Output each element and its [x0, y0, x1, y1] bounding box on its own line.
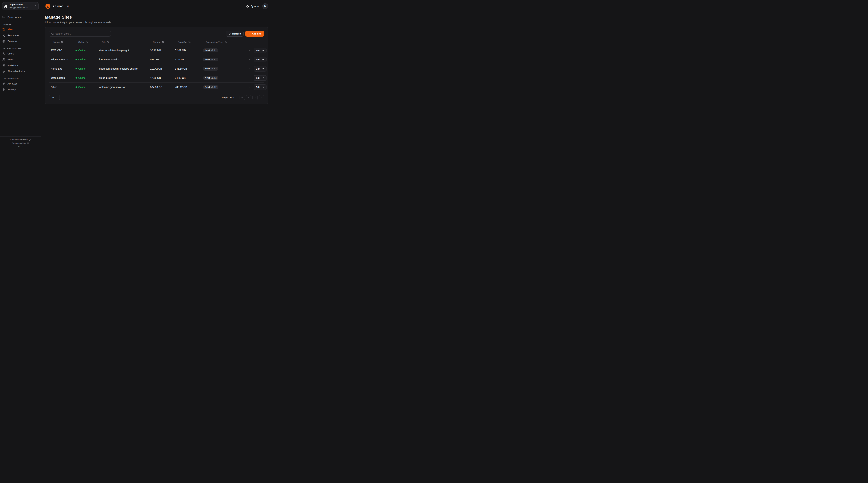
- online-dot-icon: [75, 87, 77, 88]
- refresh-button[interactable]: Refresh: [226, 31, 244, 37]
- main-content: PANGOLIN System M Manage Sites Allow con…: [41, 0, 272, 149]
- data-in-value: 5.00 MB: [148, 58, 173, 61]
- topbar: PANGOLIN System M: [41, 0, 272, 12]
- sidebar-item-invitations[interactable]: Invitations: [2, 63, 38, 68]
- book-open-icon: [27, 142, 29, 144]
- site-slug: vivacious-little-blue-penguin: [97, 49, 148, 52]
- row-menu-button[interactable]: [247, 67, 251, 71]
- next-page-button[interactable]: [252, 95, 258, 100]
- add-site-button[interactable]: Add Site: [245, 31, 264, 37]
- arrow-right-icon: [262, 77, 264, 79]
- data-out-value: 3.20 MB: [173, 58, 201, 61]
- sort-icon: [107, 41, 110, 43]
- page-size-select[interactable]: 20: [49, 95, 60, 100]
- first-page-button[interactable]: [240, 95, 245, 100]
- row-menu-button[interactable]: [247, 48, 251, 53]
- site-name: AWS VPC: [49, 49, 74, 52]
- data-out-value: 52.02 MB: [173, 49, 201, 52]
- online-dot-icon: [75, 59, 77, 60]
- org-switcher-value: milo@fossorial.io's ...: [9, 6, 32, 9]
- plus-icon: [248, 32, 250, 35]
- brand-wordmark: PANGOLIN: [53, 5, 69, 8]
- column-header-connection-type[interactable]: Connection Type: [201, 41, 245, 43]
- page-info: Page 1 of 1: [222, 96, 235, 99]
- sidebar-item-api-keys[interactable]: API Keys: [2, 82, 38, 86]
- search-box: [49, 31, 111, 37]
- sidebar-item-settings[interactable]: Settings: [2, 87, 38, 92]
- sidebar-item-label: Server Admin: [7, 16, 22, 19]
- table-row: Edge Device 01 Online fortunate-cape-fox…: [49, 55, 264, 64]
- column-header-data-out[interactable]: Data Out: [173, 41, 201, 43]
- share-icon: [2, 34, 5, 37]
- table-row: Jeff's Laptop Online smug-brown-rat 12.6…: [49, 73, 264, 83]
- prev-page-button[interactable]: [246, 95, 251, 100]
- pagination: 20 Page 1 of 1: [49, 95, 264, 100]
- site-slug: welcome-giant-mole-rat: [97, 86, 148, 89]
- arrow-right-icon: [262, 67, 264, 70]
- page-title: Manage Sites: [45, 15, 268, 20]
- status-badge: Online: [75, 86, 97, 89]
- column-header-online[interactable]: Online: [74, 41, 97, 43]
- sidebar-item-server-admin[interactable]: Server Admin: [2, 15, 38, 20]
- theme-toggle[interactable]: System: [246, 5, 259, 8]
- external-link-icon: [29, 139, 31, 141]
- connection-type-badge: Newtv1.3.2: [203, 67, 218, 71]
- edit-button[interactable]: Edit: [254, 48, 267, 53]
- status-badge: Online: [75, 58, 97, 61]
- building-icon: [4, 5, 7, 8]
- site-name: Jeff's Laptop: [49, 76, 74, 79]
- sidebar: Organization milo@fossorial.io's ... Ser…: [0, 0, 41, 149]
- column-header-name[interactable]: Name: [49, 41, 74, 43]
- globe-icon: [2, 40, 5, 43]
- connection-type-badge: Newtv1.3.2: [203, 49, 218, 52]
- sort-icon: [61, 41, 63, 43]
- search-input[interactable]: [55, 32, 108, 35]
- sidebar-item-shareable-links[interactable]: Shareable Links: [2, 69, 38, 73]
- sidebar-section-general: GENERAL: [2, 23, 38, 25]
- row-menu-button[interactable]: [247, 85, 251, 89]
- sidebar-resize-handle[interactable]: [41, 73, 41, 76]
- brand-logo[interactable]: PANGOLIN: [45, 3, 69, 9]
- edit-button[interactable]: Edit: [254, 75, 267, 81]
- sidebar-item-users[interactable]: Users: [2, 51, 38, 56]
- theme-label: System: [250, 5, 259, 8]
- sidebar-item-label: Roles: [7, 58, 14, 61]
- last-page-button[interactable]: [259, 95, 264, 100]
- connection-type-badge: Newtv1.3.2: [203, 58, 218, 61]
- sort-icon: [224, 41, 227, 43]
- sidebar-item-resources[interactable]: Resources: [2, 33, 38, 38]
- sidebar-item-roles[interactable]: Roles: [2, 57, 38, 62]
- site-name: Home Lab: [49, 67, 74, 70]
- table-row: Office Online welcome-giant-mole-rat 534…: [49, 83, 264, 92]
- column-header-data-in[interactable]: Data In: [148, 41, 173, 43]
- row-menu-button[interactable]: [247, 57, 251, 62]
- org-switcher[interactable]: Organization milo@fossorial.io's ...: [2, 2, 38, 10]
- pangolin-logo-icon: [45, 3, 51, 9]
- documentation-link[interactable]: Documentation: [2, 142, 39, 144]
- sidebar-item-sites[interactable]: Sites: [2, 27, 38, 32]
- ticket-check-icon: [2, 64, 5, 67]
- row-menu-button[interactable]: [247, 76, 251, 80]
- server-icon: [2, 16, 5, 19]
- edit-button[interactable]: Edit: [254, 85, 267, 90]
- sidebar-item-domains[interactable]: Domains: [2, 39, 38, 43]
- column-header-site[interactable]: Site: [97, 41, 148, 43]
- chevron-down-icon: [55, 96, 58, 99]
- link-icon: [2, 70, 5, 73]
- connection-type-badge: Newtv1.3.2: [203, 76, 218, 80]
- user-icon: [2, 52, 5, 55]
- sidebar-item-label: Settings: [7, 88, 16, 91]
- edit-button[interactable]: Edit: [254, 66, 267, 71]
- sidebar-item-label: Domains: [7, 40, 17, 43]
- sidebar-nav: Server Admin GENERAL Sites Resources Dom…: [0, 12, 41, 136]
- sidebar-footer: Community Edition Documentation v1.7.0: [0, 136, 41, 149]
- site-name: Edge Device 01: [49, 58, 74, 61]
- table-header-row: Name Online Site Data In: [49, 38, 264, 45]
- sidebar-item-label: Users: [7, 52, 14, 55]
- edit-button[interactable]: Edit: [254, 57, 267, 62]
- community-edition-link[interactable]: Community Edition: [2, 138, 39, 141]
- gear-icon: [2, 88, 5, 91]
- avatar[interactable]: M: [262, 3, 268, 9]
- page-subtitle: Allow connectivity to your network throu…: [45, 21, 268, 24]
- site-name: Office: [49, 86, 74, 89]
